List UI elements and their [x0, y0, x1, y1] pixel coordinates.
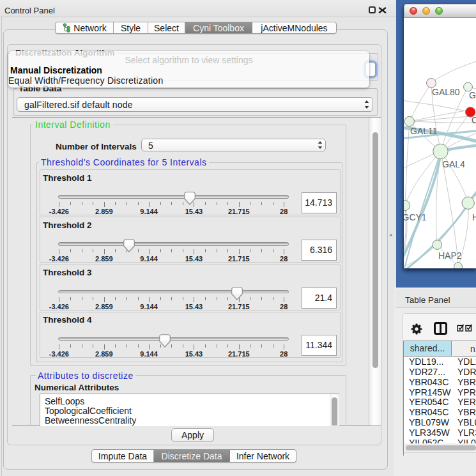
svg-text:GAL80: GAL80 — [432, 87, 460, 97]
svg-text:C: C — [472, 115, 476, 125]
svg-text:GAL4: GAL4 — [442, 159, 465, 169]
svg-text:HAP2: HAP2 — [438, 250, 462, 261]
svg-text:GCY1: GCY1 — [404, 212, 427, 222]
svg-text:GAL11: GAL11 — [410, 126, 438, 136]
svg-text:G.: G. — [469, 90, 476, 100]
svg-text:H: H — [472, 212, 476, 222]
